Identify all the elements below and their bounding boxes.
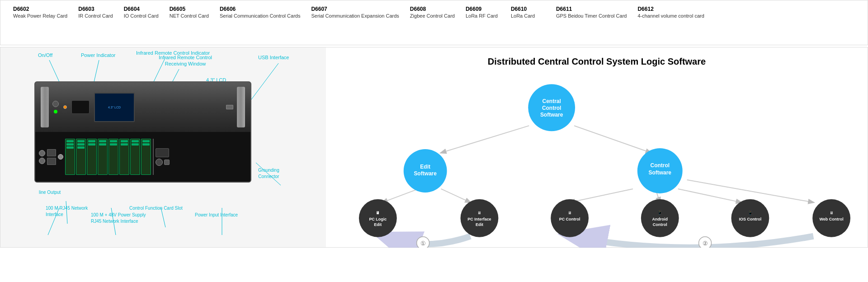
svg-text:🖥: 🖥 xyxy=(376,211,380,215)
power-section xyxy=(156,148,170,166)
card-desc: Zigbee Control Card xyxy=(410,13,455,19)
divider xyxy=(153,139,154,175)
on-off-label: On/Off xyxy=(38,52,52,58)
svg-text:🖥: 🖥 xyxy=(830,211,834,215)
svg-text:PC Control: PC Control xyxy=(559,217,580,221)
ground-connector xyxy=(156,159,163,166)
card-model-table: D6602 Weak Power Relay Card D6603 IR Con… xyxy=(8,4,710,20)
table-row: D6606 Serial Communication Control Cards xyxy=(214,4,306,20)
network-ports xyxy=(47,149,56,165)
indicator-led-2 xyxy=(63,105,67,109)
svg-text:Control: Control xyxy=(542,105,561,111)
svg-text:🖥: 🖥 xyxy=(477,211,481,215)
model-label: D6603 xyxy=(78,6,113,12)
card-desc: Serial Communication Control Cards xyxy=(220,13,301,19)
antenna-port xyxy=(58,154,63,160)
card-desc: IR Control Card xyxy=(78,13,113,19)
usb-label: USB Interface xyxy=(258,54,289,61)
logic-diagram-area: Central Control Software Edit Software C… xyxy=(335,80,859,248)
svg-line-13 xyxy=(574,126,651,153)
line-output-label: line Output xyxy=(39,189,61,195)
svg-text:Central: Central xyxy=(542,98,561,104)
table-row: D6605 NET Control Card xyxy=(164,4,214,20)
svg-line-18 xyxy=(678,189,741,202)
right-handle xyxy=(237,87,245,127)
svg-text:①: ① xyxy=(420,240,426,247)
top-table-section: D6602 Weak Power Relay Card D6603 IR Con… xyxy=(0,0,868,45)
svg-text:IOS Control: IOS Control xyxy=(739,217,761,221)
card-desc: LoRa Card xyxy=(511,13,545,19)
svg-text:Software: Software xyxy=(414,170,437,177)
svg-text:Edit: Edit xyxy=(476,222,483,227)
audio-out-2 xyxy=(39,158,45,164)
power-led xyxy=(54,110,57,113)
card-slot-3 xyxy=(87,139,97,175)
usb-port[interactable] xyxy=(226,105,233,109)
power-supply-rj45-label: 100 M + 48V Power SupplyRJ45 Network Int… xyxy=(91,212,146,225)
model-label: D6604 xyxy=(124,6,159,12)
hardware-device: 4.3" LCD xyxy=(34,81,251,183)
diagram-svg: Central Control Software Edit Software C… xyxy=(335,80,859,248)
left-handle xyxy=(41,87,49,127)
svg-text:Control: Control xyxy=(653,222,667,227)
card-slot-8 xyxy=(141,139,151,175)
table-row: D6611 GPS Beidou Timer Control Card xyxy=(551,4,632,20)
model-label: D6612 xyxy=(637,6,704,12)
rj45-port-2[interactable] xyxy=(47,158,56,165)
model-label: D6602 xyxy=(13,6,67,12)
power-switch[interactable] xyxy=(164,160,170,165)
power-connector-main xyxy=(156,148,169,157)
rj45-network-label: 100 M RJ45 NetworkInterface xyxy=(46,205,88,218)
model-label: D6607 xyxy=(311,6,399,12)
power-input-label: Power Input Interface xyxy=(195,212,238,218)
table-row: D6607 Serial Communication Expansion Car… xyxy=(306,4,404,20)
svg-line-16 xyxy=(570,189,633,202)
svg-text:PC Logic: PC Logic xyxy=(369,217,387,221)
table-row: D6602 Weak Power Relay Card xyxy=(8,4,73,20)
card-slot-1 xyxy=(65,139,75,175)
svg-text:Android: Android xyxy=(652,217,668,221)
svg-text:Control: Control xyxy=(650,162,670,169)
power-button[interactable] xyxy=(52,101,59,107)
model-label: D6605 xyxy=(170,6,209,12)
svg-line-5 xyxy=(251,63,278,99)
card-desc: GPS Beidou Timer Control Card xyxy=(556,13,627,19)
table-row: D6603 IR Control Card xyxy=(73,4,118,20)
model-label: D6611 xyxy=(556,6,627,12)
card-desc: Serial Communication Expansion Cards xyxy=(311,13,399,19)
table-row: D6604 IO Control Card xyxy=(118,4,164,20)
svg-text:Edit: Edit xyxy=(420,164,430,170)
ir-receiver-window xyxy=(71,100,90,114)
svg-line-15 xyxy=(441,189,471,202)
usb-area xyxy=(226,105,233,109)
model-label: D6608 xyxy=(410,6,455,12)
table-row: D6610 LoRa Card xyxy=(505,4,551,20)
svg-line-14 xyxy=(382,189,419,202)
svg-line-12 xyxy=(441,126,529,153)
svg-text:Web Control: Web Control xyxy=(820,217,844,221)
panel-controls: 4.3" LCD xyxy=(52,93,233,122)
lcd-text: 4.3" LCD xyxy=(108,106,121,109)
audio-out-1 xyxy=(39,150,45,156)
svg-line-19 xyxy=(687,180,814,202)
table-row: D6608 Zigbee Control Card xyxy=(405,4,460,20)
card-slot-7 xyxy=(130,139,140,175)
ir-window-label: Infrared Remote ControlReceiving Window xyxy=(159,54,212,67)
svg-text:PC Interface: PC Interface xyxy=(467,217,491,221)
card-slots xyxy=(65,139,151,175)
diagram-title: Distributed Central Control System Logic… xyxy=(335,56,859,67)
card-desc: NET Control Card xyxy=(170,13,209,19)
middle-section: On/Off Power Indicator Infrared Remote C… xyxy=(0,47,868,248)
svg-text:📱: 📱 xyxy=(748,210,753,216)
right-logic-diagram: Distributed Central Control System Logic… xyxy=(326,47,868,247)
svg-text:Software: Software xyxy=(540,112,563,118)
card-slot-2 xyxy=(76,139,86,175)
table-row: D6609 LoRa RF Card xyxy=(460,4,505,20)
grounding-label: GroundingConnector xyxy=(258,167,279,180)
model-label: D6606 xyxy=(220,6,301,12)
svg-text:Software: Software xyxy=(648,169,671,176)
card-desc: LoRa RF Card xyxy=(466,13,500,19)
card-desc: Weak Power Relay Card xyxy=(13,13,67,19)
panel-top: 4.3" LCD xyxy=(35,82,250,132)
rj45-port-1[interactable] xyxy=(47,149,56,156)
